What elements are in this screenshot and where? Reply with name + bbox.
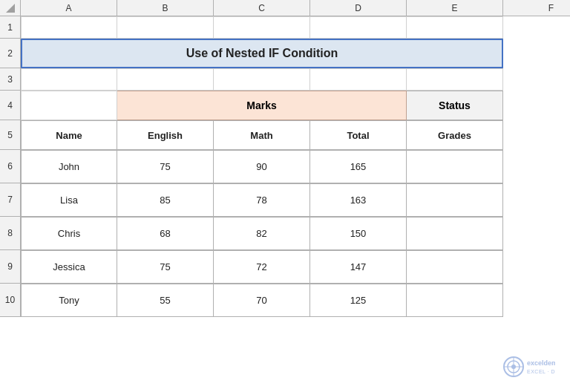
title-cell: Use of Nested IF Condition [21,39,503,68]
row-header-10: 10 [0,284,21,317]
cell-english-0[interactable]: 75 [117,150,214,183]
row-header-4: 4 [0,91,21,120]
col-header-a: A [21,0,117,16]
cell-english-4[interactable]: 55 [117,284,214,317]
cell-total-4[interactable]: 125 [310,284,407,317]
status-header: Status [407,91,503,120]
col-header-c: C [214,0,310,16]
row-header-5: 5 [0,120,21,150]
cell-name-0[interactable]: John [21,150,117,183]
row-header-8: 8 [0,217,21,250]
row-5: 5 Name English Math Total Grades [0,120,503,150]
corner-cell [0,0,21,16]
row-3: 3 [0,68,503,91]
row-10: 10 Tony 55 70 125 [0,284,503,317]
spreadsheet: A B C D E F 1 2 Use of Nested IF Conditi… [0,0,570,392]
row-9: 9 Jessica 75 72 147 [0,250,503,284]
cell-c3[interactable] [117,68,214,91]
cell-total-1[interactable]: 163 [310,183,407,217]
cell-d1[interactable] [214,16,310,39]
cell-grades-4[interactable] [407,284,503,317]
col-header-total: Total [310,120,407,150]
row-4: 4 Marks Status [0,91,503,120]
cell-grades-2[interactable] [407,217,503,250]
svg-text:EXCEL · DATA · BI: EXCEL · DATA · BI [527,369,555,374]
cell-grades-3[interactable] [407,250,503,284]
cell-math-1[interactable]: 78 [214,183,310,217]
cell-name-2[interactable]: Chris [21,217,117,250]
cell-grades-1[interactable] [407,183,503,217]
cell-f1[interactable] [407,16,503,39]
cell-english-1[interactable]: 85 [117,183,214,217]
col-header-english: English [117,120,214,150]
row-8: 8 Chris 68 82 150 [0,217,503,250]
col-header-e: E [407,0,503,16]
col-header-b: B [117,0,214,16]
cell-total-2[interactable]: 150 [310,217,407,250]
cell-english-2[interactable]: 68 [117,217,214,250]
marks-header: Marks [117,91,407,120]
row-header-2: 2 [0,39,21,68]
cell-math-3[interactable]: 72 [214,250,310,284]
col-header-grades: Grades [407,120,503,150]
row-2: 2 Use of Nested IF Condition [0,39,503,68]
col-header-math: Math [214,120,310,150]
cell-b4[interactable] [21,91,117,120]
row-header-1: 1 [0,16,21,39]
cell-e1[interactable] [310,16,407,39]
grid: 1 2 Use of Nested IF Condition 3 4 [0,16,503,317]
cell-english-3[interactable]: 75 [117,250,214,284]
row-header-6: 6 [0,150,21,183]
cell-math-2[interactable]: 82 [214,217,310,250]
cell-name-3[interactable]: Jessica [21,250,117,284]
cell-d3[interactable] [214,68,310,91]
cell-grades-0[interactable] [407,150,503,183]
cell-name-4[interactable]: Tony [21,284,117,317]
cell-math-0[interactable]: 90 [214,150,310,183]
cell-total-0[interactable]: 165 [310,150,407,183]
cell-name-1[interactable]: Lisa [21,183,117,217]
row-7: 7 Lisa 85 78 163 [0,183,503,217]
col-header-d: D [310,0,407,16]
row-6: 6 John 75 90 165 [0,150,503,183]
svg-text:exceldemy: exceldemy [527,359,555,367]
cell-f3[interactable] [407,68,503,91]
col-header-name: Name [21,120,117,150]
col-headers-row: A B C D E F [0,0,570,16]
cell-e3[interactable] [310,68,407,91]
cell-c1[interactable] [117,16,214,39]
cell-math-4[interactable]: 70 [214,284,310,317]
svg-marker-0 [6,4,15,13]
row-header-9: 9 [0,250,21,284]
row-header-7: 7 [0,183,21,217]
cell-b1[interactable] [21,16,117,39]
watermark: exceldemy EXCEL · DATA · BI [503,356,555,377]
row-header-3: 3 [0,68,21,91]
row-1: 1 [0,16,503,39]
col-header-f: F [503,0,570,16]
cell-b3[interactable] [21,68,117,91]
cell-total-3[interactable]: 147 [310,250,407,284]
